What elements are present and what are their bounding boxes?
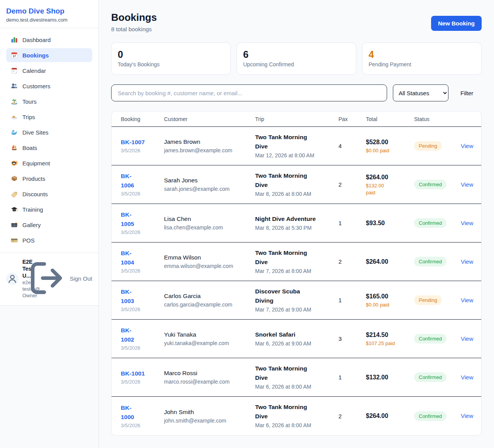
sidebar-item-tours[interactable]: Tours — [6, 94, 92, 108]
sidebar-item-customers[interactable]: Customers — [6, 79, 92, 93]
view-link[interactable]: View — [461, 335, 473, 342]
total-cell: $214.50 $107.25 paid — [366, 331, 414, 347]
action-cell: View — [461, 181, 473, 188]
page-title: Bookings — [111, 12, 157, 23]
booking-id-link[interactable]: BK-1007 — [121, 138, 164, 147]
total-amount: $264.00 — [366, 173, 414, 182]
column-header: Pax — [338, 116, 366, 122]
booking-id-link[interactable]: BK-1001 — [121, 369, 164, 378]
brand-block: Demo Dive Shop demo.test.divestreams.com — [0, 0, 98, 28]
booking-cell: BK- 1000 3/5/2026 — [121, 403, 164, 429]
booking-id-link[interactable]: BK- 1006 — [121, 172, 164, 190]
sidebar-item-calendar[interactable]: Calendar — [6, 64, 92, 77]
view-link[interactable]: View — [461, 297, 473, 303]
sidebar-item-trips[interactable]: Trips — [6, 110, 92, 124]
sidebar-item-label: Dashboard — [22, 37, 51, 43]
total-cell: $165.00 $0.00 paid — [366, 292, 414, 308]
trip-name: Night Dive Adventure — [255, 214, 338, 224]
sidebar-item-pos[interactable]: POS — [6, 233, 92, 247]
speedboat-icon — [11, 113, 18, 120]
customer-email: emma.wilson@example.com — [164, 262, 255, 270]
search-input[interactable] — [111, 84, 387, 101]
total-cell: $264.00 — [366, 412, 414, 420]
booking-date: 3/5/2026 — [121, 422, 164, 429]
customer-name: Emma Wilson — [164, 253, 255, 262]
status-cell: Pending — [414, 141, 461, 151]
avatar — [6, 273, 19, 285]
customer-name: Sarah Jones — [164, 176, 255, 185]
trip-cell: Two Tank Morning Dive Mar 12, 2026 at 8:… — [255, 133, 338, 160]
table-row: BK- 1004 3/5/2026 Emma Wilson emma.wilso… — [112, 243, 481, 281]
calendar-17-icon: 17 — [11, 52, 18, 59]
booking-id-link[interactable]: BK- 1004 — [121, 249, 164, 267]
booking-date: 3/5/2026 — [121, 268, 164, 275]
sidebar-item-label: Trips — [22, 114, 35, 120]
table-row: BK- 1003 3/5/2026 Carlos Garcia carlos.g… — [112, 281, 481, 320]
status-cell: Confirmed — [414, 257, 461, 266]
view-link[interactable]: View — [461, 413, 473, 419]
new-booking-button[interactable]: New Booking — [431, 16, 482, 31]
sign-out-button[interactable]: Sign Out — [26, 258, 92, 300]
customer-name: James Brown — [164, 138, 255, 146]
svg-text:17: 17 — [13, 54, 16, 58]
view-link[interactable]: View — [461, 374, 473, 381]
total-amount: $528.00 — [366, 138, 414, 147]
trip-cell: Two Tank Morning Dive Mar 6, 2026 at 8:0… — [255, 403, 338, 429]
pax-cell: 1 — [338, 374, 366, 381]
booking-id-link[interactable]: BK- 1002 — [121, 326, 164, 344]
status-cell: Confirmed — [414, 334, 461, 344]
customer-name: Marco Rossi — [164, 369, 255, 377]
sidebar-item-equipment[interactable]: Equipment — [6, 156, 92, 170]
sidebar-item-boats[interactable]: Boats — [6, 141, 92, 155]
customer-cell: James Brown james.brown@example.com — [164, 138, 255, 154]
sidebar-item-label: Customers — [22, 83, 51, 89]
view-link[interactable]: View — [461, 220, 473, 226]
trip-name: Two Tank Morning Dive — [255, 171, 338, 190]
table-row: BK- 1002 3/5/2026 Yuki Tanaka yuki.tanak… — [112, 320, 481, 358]
booking-date: 3/5/2026 — [121, 229, 164, 236]
status-badge: Confirmed — [414, 257, 447, 266]
view-link[interactable]: View — [461, 143, 473, 149]
customer-email: sarah.jones@example.com — [164, 185, 255, 193]
action-cell: View — [461, 413, 473, 419]
trip-name: Two Tank Morning Dive — [255, 133, 338, 151]
sidebar-item-gallery[interactable]: Gallery — [6, 218, 92, 232]
booking-date: 3/5/2026 — [121, 147, 164, 154]
trip-datetime: Mar 6, 2026 at 8:00 AM — [255, 421, 338, 429]
sidebar-item-bookings[interactable]: 17 Bookings — [6, 48, 92, 62]
total-paid: $0.00 paid — [366, 147, 414, 154]
people-icon — [11, 83, 18, 89]
booking-cell: BK- 1004 3/5/2026 — [121, 249, 164, 275]
user-section: E2E Test U... e2e-tester@... Owner Sign … — [0, 253, 98, 305]
stat-label: Upcoming Confirmed — [243, 61, 350, 67]
view-link[interactable]: View — [461, 258, 473, 265]
view-link[interactable]: View — [461, 181, 473, 188]
status-select[interactable]: All Statuses — [393, 84, 448, 101]
column-header: Trip — [255, 116, 338, 122]
filter-button[interactable]: Filter — [460, 90, 473, 96]
trip-cell: Night Dive Adventure Mar 8, 2026 at 5:30… — [255, 214, 338, 232]
booking-id-link[interactable]: BK- 1000 — [121, 403, 164, 422]
sidebar-item-training[interactable]: Training — [6, 202, 92, 216]
booking-id-link[interactable]: BK- 1005 — [121, 210, 164, 229]
table-row: BK-1007 3/5/2026 James Brown james.brown… — [112, 127, 481, 165]
booking-cell: BK- 1003 3/5/2026 — [121, 287, 164, 313]
customer-cell: Carlos Garcia carlos.garcia@example.com — [164, 292, 255, 308]
sidebar-item-dashboard[interactable]: Dashboard — [6, 33, 92, 47]
brand-domain: demo.test.divestreams.com — [6, 17, 92, 23]
sidebar-item-discounts[interactable]: Discounts — [6, 187, 92, 201]
sidebar-item-dive-sites[interactable]: Dive Sites — [6, 125, 92, 139]
booking-cell: BK-1001 3/5/2026 — [121, 369, 164, 386]
total-cell: $264.00 $132.00 paid — [366, 173, 414, 196]
booking-cell: BK- 1006 3/5/2026 — [121, 172, 164, 197]
sidebar-item-label: Training — [22, 206, 43, 213]
customer-email: james.brown@example.com — [164, 147, 255, 154]
status-cell: Confirmed — [414, 218, 461, 228]
booking-id-link[interactable]: BK- 1003 — [121, 287, 164, 306]
trip-datetime: Mar 8, 2026 at 5:30 PM — [255, 224, 338, 232]
main-content: Bookings 8 total bookings New Booking 0T… — [99, 0, 494, 436]
booking-date: 3/5/2026 — [121, 345, 164, 352]
sidebar-item-products[interactable]: Products — [6, 172, 92, 185]
status-cell: Pending — [414, 295, 461, 305]
trip-cell: Discover Scuba Diving Mar 7, 2026 at 9:0… — [255, 287, 338, 314]
